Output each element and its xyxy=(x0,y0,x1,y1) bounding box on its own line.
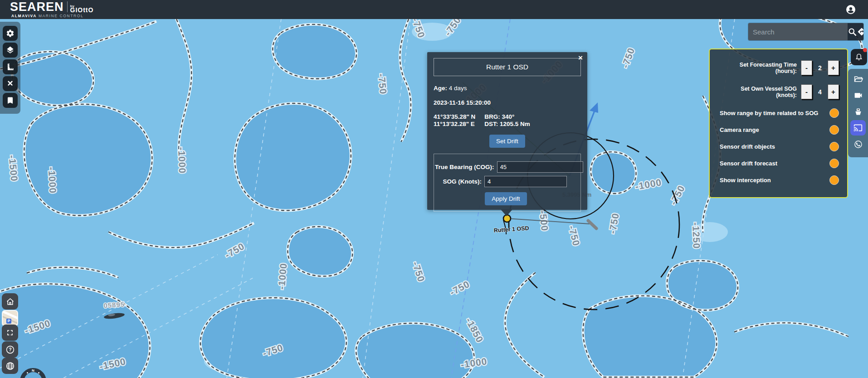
drift-form: True Bearing (COG): SOG (Knots): Apply D… xyxy=(434,154,581,212)
compass-tick xyxy=(38,372,39,373)
svg-text:?: ? xyxy=(9,347,11,352)
draw-tools-icon[interactable] xyxy=(3,76,18,91)
fullscreen-icon[interactable] xyxy=(2,325,18,341)
forecasting-time-row: Set Forecasting Time (hours): - 2 + xyxy=(720,60,839,75)
brand-name: SEAREN xyxy=(10,1,64,12)
thumb-parking-label: P xyxy=(6,319,11,324)
osd-info-popup: × Rutter 1 OSD Age: 4 days 2023-11-16 15… xyxy=(427,52,587,210)
whatsapp-icon[interactable] xyxy=(850,136,866,152)
cast-icon[interactable] xyxy=(850,120,866,136)
layers-icon[interactable] xyxy=(3,43,18,58)
forecast-settings-panel: Set Forecasting Time (hours): - 2 + Set … xyxy=(709,48,848,198)
show-range-by-time-toggle[interactable] xyxy=(829,108,839,118)
popup-pointer xyxy=(501,209,512,216)
compass-tick xyxy=(27,372,28,373)
ais-vessel-label: 05895 xyxy=(103,300,125,309)
toggle-row: Sensor drift forecast xyxy=(720,159,839,168)
sog-input[interactable] xyxy=(484,176,567,187)
sensor-drift-objects-label: Sensor drift objects xyxy=(720,143,775,150)
toggle-row: Show range by time related to SOG xyxy=(720,108,839,118)
globe-icon[interactable] xyxy=(2,358,18,374)
show-interception-toggle[interactable] xyxy=(829,175,839,185)
brand-sub: GIOttO xyxy=(70,8,94,12)
depth-contour-label: -750 xyxy=(376,73,389,95)
apply-drift-button[interactable]: Apply Drift xyxy=(485,192,527,205)
notification-badge xyxy=(863,48,867,52)
longitude-value: 11°13'32.28" E xyxy=(434,121,475,128)
sensor-drift-forecast-toggle[interactable] xyxy=(829,159,839,168)
camera-range-label: Camera range xyxy=(720,126,759,133)
toggle-row: Sensor drift objects xyxy=(720,142,839,151)
right-toolbar xyxy=(848,69,868,157)
compass-north-label: N xyxy=(32,368,34,373)
user-account-icon[interactable] xyxy=(845,4,856,15)
latitude-value: 41°33'35.28" N xyxy=(434,113,475,121)
sog-label: SOG (Knots): xyxy=(435,178,484,185)
top-bar: SEAREN by GIOttO ALMAVIVA MARINE CONTROL xyxy=(0,0,868,19)
depth-contour-label: -1000 xyxy=(176,147,188,174)
own-vessel-sog-row: Set Own Vessel SOG (knots): - 4 + xyxy=(720,84,839,99)
home-icon[interactable] xyxy=(2,293,18,310)
directions-icon[interactable] xyxy=(857,27,863,36)
true-bearing-label: True Bearing (COG): xyxy=(435,164,497,170)
basemap-thumbnail[interactable]: P xyxy=(2,310,18,326)
forecasting-time-value: 2 xyxy=(812,64,828,72)
show-interception-label: Show interception xyxy=(720,177,771,184)
depth-contour-label: -1250 xyxy=(691,222,702,249)
own-vessel-sog-label: Set Own Vessel SOG (knots): xyxy=(720,86,801,98)
set-drift-button[interactable]: Set Drift xyxy=(489,135,525,148)
show-range-by-time-label: Show range by time related to SOG xyxy=(720,110,818,116)
timestamp: 2023-11-16 15:20:00 xyxy=(434,99,581,106)
search-bar xyxy=(748,23,863,40)
brand-divider xyxy=(67,1,68,12)
search-icon[interactable] xyxy=(848,27,857,37)
own-vessel-sog-value: 4 xyxy=(812,88,828,96)
forecasting-time-decrease-button[interactable]: - xyxy=(801,60,812,75)
camera-range-toggle[interactable] xyxy=(829,125,839,135)
depth-contour-label: -1000 xyxy=(46,167,58,194)
brand-logo: SEAREN by GIOttO ALMAVIVA MARINE CONTROL xyxy=(10,1,93,18)
brand-tagline: ALMAVIVA MARINE CONTROL xyxy=(11,14,93,18)
sensor-drift-objects-toggle[interactable] xyxy=(829,142,839,151)
position-block: 41°33'35.28" N 11°13'32.28" E BRG: 340° … xyxy=(434,113,581,128)
popup-title: Rutter 1 OSD xyxy=(434,58,581,76)
bearing-value: BRG: 340° xyxy=(484,113,530,121)
own-vessel-sog-increase-button[interactable]: + xyxy=(828,84,839,99)
folder-icon[interactable] xyxy=(850,71,866,87)
help-icon[interactable]: ? xyxy=(2,341,18,358)
video-camera-icon[interactable] xyxy=(850,87,866,103)
settings-icon[interactable] xyxy=(3,26,18,41)
distance-value: DST: 1205.5 Nm xyxy=(484,121,530,128)
age-line: Age: 4 days xyxy=(434,85,581,92)
toggle-row: Show interception xyxy=(720,175,839,185)
close-icon[interactable]: × xyxy=(578,53,583,63)
true-bearing-input[interactable] xyxy=(497,161,583,173)
ruler-icon[interactable] xyxy=(3,59,18,74)
own-vessel-sog-decrease-button[interactable]: - xyxy=(801,84,812,99)
toggle-row: Camera range xyxy=(720,125,839,135)
search-input[interactable] xyxy=(748,23,848,40)
forecasting-time-increase-button[interactable]: + xyxy=(828,60,839,75)
forecasting-time-label: Set Forecasting Time (hours): xyxy=(720,62,801,74)
sensor-drift-forecast-label: Sensor drift forecast xyxy=(720,160,777,167)
vessel-icon[interactable] xyxy=(850,104,866,119)
left-toolbar xyxy=(0,22,20,114)
bookmark-icon[interactable] xyxy=(3,93,18,108)
